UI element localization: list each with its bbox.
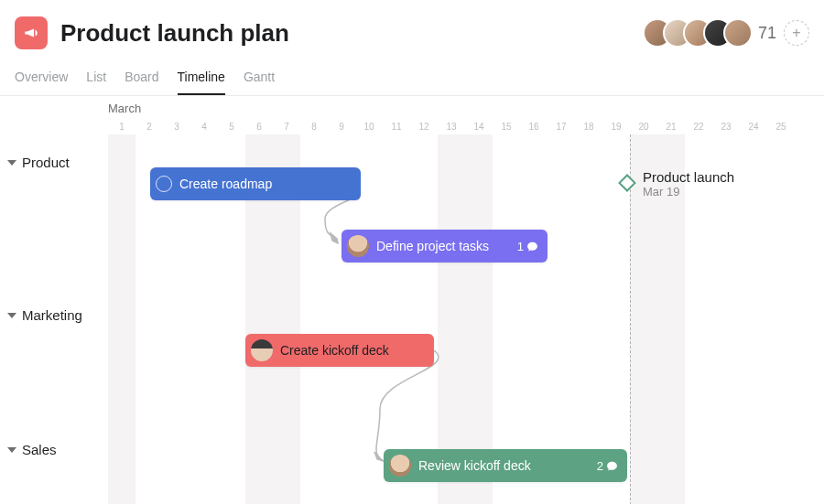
assignee-avatar[interactable]	[347, 235, 369, 257]
header: Product launch plan 71 +	[0, 0, 824, 62]
date-tick: 1	[108, 122, 136, 134]
page-title: Product launch plan	[60, 19, 289, 48]
task-create-roadmap[interactable]: Create roadmap	[150, 167, 361, 200]
date-tick: 21	[657, 122, 685, 134]
task-label: Review kickoff deck	[418, 458, 531, 473]
task-label: Create roadmap	[179, 177, 272, 191]
chevron-down-icon	[7, 158, 16, 167]
milestone-product-launch[interactable]: Product launch Mar 19	[643, 169, 734, 198]
date-tick: 9	[328, 122, 355, 134]
date-tick: 15	[493, 122, 520, 134]
assignee-avatar[interactable]	[251, 339, 273, 361]
task-label: Define project tasks	[376, 239, 489, 253]
section-label: Sales	[22, 442, 57, 457]
chevron-down-icon	[7, 445, 16, 455]
task-create-kickoff-deck[interactable]: Create kickoff deck	[245, 334, 434, 367]
milestone-date: Mar 19	[643, 185, 734, 198]
milestone-title: Product launch	[643, 169, 734, 185]
task-comments[interactable]: 2	[597, 459, 618, 473]
tab-overview[interactable]: Overview	[15, 62, 68, 95]
section-header-marketing[interactable]: Marketing	[0, 295, 108, 336]
member-avatars[interactable]	[643, 18, 753, 48]
speech-bubble-icon	[526, 241, 538, 252]
task-label: Create kickoff deck	[280, 343, 389, 358]
month-label: March	[108, 102, 141, 115]
date-tick: 7	[273, 122, 300, 134]
add-member-button[interactable]: +	[784, 20, 809, 46]
speech-bubble-icon	[606, 460, 618, 472]
project-icon	[15, 16, 48, 49]
section-label: Product	[22, 155, 70, 170]
comment-count: 2	[597, 459, 603, 473]
tab-gantt[interactable]: Gantt	[244, 62, 275, 95]
weekend-shade	[108, 134, 136, 504]
date-tick: 3	[163, 122, 190, 134]
date-tick: 10	[355, 122, 383, 134]
timeline-area: March 1 2 3 4 5 6 7 8 9 10 11 12 13 14 1…	[0, 96, 824, 504]
task-review-kickoff-deck[interactable]: Review kickoff deck 2	[384, 449, 627, 482]
tab-board[interactable]: Board	[125, 62, 158, 95]
date-tick: 19	[602, 122, 630, 134]
date-tick: 18	[575, 122, 602, 134]
tab-list[interactable]: List	[86, 62, 106, 95]
view-tabs: Overview List Board Timeline Gantt	[0, 62, 824, 96]
comment-count: 1	[517, 240, 524, 253]
member-overflow-count[interactable]: 71	[758, 24, 776, 43]
avatar[interactable]	[723, 18, 753, 48]
section-header-sales[interactable]: Sales	[0, 429, 108, 470]
date-tick: 20	[630, 122, 657, 134]
assignee-avatar[interactable]	[389, 455, 411, 477]
date-tick: 25	[767, 122, 795, 134]
date-tick: 4	[190, 122, 218, 134]
task-define-project-tasks[interactable]: Define project tasks 1	[342, 230, 548, 263]
today-indicator	[630, 134, 631, 504]
section-label: Marketing	[22, 307, 82, 323]
completion-circle-icon[interactable]	[156, 176, 172, 192]
date-tick: 14	[465, 122, 493, 134]
date-tick: 16	[520, 122, 548, 134]
date-tick: 12	[410, 122, 438, 134]
date-tick: 2	[136, 122, 163, 134]
tab-timeline[interactable]: Timeline	[178, 62, 225, 95]
date-tick: 24	[740, 122, 767, 134]
chevron-down-icon	[7, 311, 16, 320]
date-tick: 8	[300, 122, 328, 134]
section-header-product[interactable]: Product	[0, 142, 108, 183]
date-tick: 17	[548, 122, 575, 134]
date-tick: 5	[218, 122, 245, 134]
date-axis: 1 2 3 4 5 6 7 8 9 10 11 12 13 14 15 16 1…	[108, 122, 824, 134]
date-tick: 13	[438, 122, 465, 134]
date-tick: 6	[245, 122, 273, 134]
header-right: 71 +	[643, 18, 809, 48]
sections-sidebar: Product Marketing Sales	[0, 96, 108, 504]
date-tick: 23	[712, 122, 740, 134]
date-tick: 11	[383, 122, 410, 134]
date-tick: 22	[685, 122, 712, 134]
task-comments[interactable]: 1	[517, 240, 538, 253]
